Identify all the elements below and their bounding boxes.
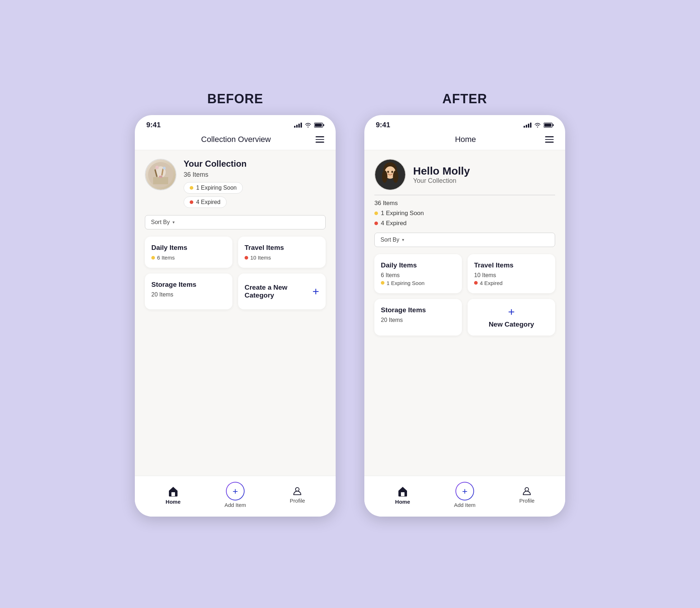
- after-travel-dot: [474, 281, 478, 285]
- after-status-bar: 9:41: [364, 115, 565, 132]
- after-nav-add[interactable]: + Add Item: [450, 482, 479, 508]
- before-expired-dot: [190, 200, 193, 204]
- svg-rect-2: [315, 123, 322, 126]
- after-card-storage[interactable]: Storage Items 20 Items: [374, 299, 462, 336]
- after-stats-list: 36 Items 1 Expiring Soon 4 Expired: [374, 200, 555, 227]
- svg-point-9: [163, 167, 166, 170]
- svg-rect-5: [153, 177, 168, 184]
- after-phone: 9:41: [364, 115, 565, 517]
- after-expired-text: 4 Expired: [381, 220, 407, 227]
- before-nav-profile[interactable]: Profile: [283, 486, 312, 504]
- after-card-storage-title: Storage Items: [381, 306, 455, 314]
- before-card-storage[interactable]: Storage Items 20 Items: [145, 274, 232, 309]
- after-profile-nav-icon: [522, 486, 532, 496]
- after-nav-profile[interactable]: Profile: [512, 486, 541, 504]
- before-expiring-badge: 1 Expiring Soon: [184, 182, 243, 194]
- after-wrapper: AFTER 9:41: [364, 91, 565, 517]
- before-expired-badge: 4 Expired: [184, 196, 227, 208]
- before-card-daily[interactable]: Daily Items 6 Items: [145, 237, 232, 268]
- after-add-label: Add Item: [454, 502, 476, 508]
- before-new-cat-label: Create a New Category +: [245, 284, 319, 299]
- before-badges: 1 Expiring Soon 4 Expired: [184, 182, 247, 208]
- before-label: BEFORE: [207, 91, 263, 106]
- after-nav-home[interactable]: Home: [388, 485, 417, 505]
- after-add-circle: +: [455, 482, 474, 500]
- before-sort-label: Sort By: [151, 219, 170, 225]
- after-avatar: [374, 159, 406, 190]
- after-avatar-svg: [375, 159, 405, 190]
- before-nav-home[interactable]: Home: [159, 485, 188, 505]
- before-card-new-category[interactable]: Create a New Category +: [238, 274, 326, 309]
- before-home-label: Home: [166, 499, 181, 505]
- before-expired-label: 4 Expired: [196, 199, 221, 205]
- after-card-travel[interactable]: Travel Items 10 Items 4 Expired: [468, 254, 555, 293]
- after-add-plus-icon: +: [462, 486, 467, 496]
- after-stat-expired: 4 Expired: [374, 220, 555, 227]
- before-card-daily-badge: 6 Items: [151, 255, 226, 261]
- after-label: AFTER: [443, 91, 487, 106]
- before-expiring-dot: [190, 186, 193, 190]
- svg-rect-10: [159, 176, 162, 178]
- svg-point-21: [393, 171, 398, 183]
- before-profile-nav-icon: [292, 486, 302, 496]
- after-wifi-icon: [534, 123, 541, 128]
- before-item-count: 36 Items: [184, 171, 247, 179]
- before-category-grid: Daily Items 6 Items Travel Items 10 Item…: [145, 237, 326, 309]
- after-new-cat-plus: +: [508, 306, 515, 318]
- after-home-label: Home: [395, 499, 410, 505]
- after-status-icons: [524, 123, 554, 128]
- after-travel-badge: 4 Expired: [474, 280, 549, 286]
- svg-point-20: [382, 171, 387, 183]
- after-profile-info: Hello Molly Your Collection: [413, 165, 555, 185]
- svg-point-23: [387, 171, 389, 173]
- before-travel-dot: [245, 256, 248, 260]
- before-add-plus-icon: +: [232, 486, 238, 496]
- after-signal-icon: [524, 123, 531, 128]
- after-time: 9:41: [376, 121, 390, 129]
- after-sort-label: Sort By: [380, 237, 399, 243]
- after-card-daily[interactable]: Daily Items 6 Items 1 Expiring Soon: [374, 254, 462, 293]
- svg-rect-11: [171, 492, 175, 496]
- svg-rect-15: [553, 124, 554, 126]
- after-hamburger-button[interactable]: [545, 136, 554, 143]
- after-nav-header: Home: [364, 132, 565, 150]
- after-daily-dot: [381, 281, 384, 285]
- after-daily-count: 6 Items: [381, 272, 455, 279]
- after-profile-label: Profile: [519, 498, 535, 504]
- before-status-icons: [294, 123, 324, 128]
- after-profile-section: Hello Molly Your Collection: [374, 159, 555, 190]
- svg-point-8: [155, 166, 159, 169]
- after-expiring-text: 1 Expiring Soon: [381, 210, 424, 217]
- after-sort-chevron: ▾: [402, 237, 404, 242]
- before-status-bar: 9:41: [135, 115, 336, 132]
- before-add-circle: +: [226, 482, 245, 500]
- before-sort-bar[interactable]: Sort By ▾: [145, 215, 326, 229]
- before-card-travel[interactable]: Travel Items 10 Items: [238, 237, 326, 268]
- before-nav-add[interactable]: + Add Item: [221, 482, 250, 508]
- after-card-travel-title: Travel Items: [474, 261, 549, 269]
- before-hamburger-button[interactable]: [316, 136, 324, 143]
- before-avatar-makeup: [146, 160, 176, 190]
- before-wifi-icon: [305, 123, 311, 128]
- before-daily-dot: [151, 256, 155, 260]
- after-hello: Hello Molly: [413, 165, 555, 177]
- before-home-icon: [167, 485, 179, 497]
- after-count-text: 36 Items: [374, 200, 398, 207]
- before-bottom-nav: Home + Add Item Profile: [135, 476, 336, 517]
- before-new-cat-plus: +: [312, 286, 319, 297]
- after-category-grid: Daily Items 6 Items 1 Expiring Soon Trav…: [374, 254, 555, 336]
- after-new-cat-label: New Category: [489, 320, 534, 328]
- before-card-travel-badge: 10 Items: [245, 255, 319, 261]
- before-add-label: Add Item: [224, 502, 246, 508]
- after-sort-bar[interactable]: Sort By ▾: [374, 233, 555, 247]
- before-wrapper: BEFORE 9:41: [135, 91, 336, 517]
- after-stat-count: 36 Items: [374, 200, 555, 207]
- before-content: Your Collection 36 Items 1 Expiring Soon…: [135, 150, 336, 476]
- after-nav-title: Home: [455, 135, 476, 144]
- after-card-new-category[interactable]: + New Category: [468, 299, 555, 336]
- before-card-daily-title: Daily Items: [151, 244, 226, 252]
- before-card-travel-title: Travel Items: [245, 244, 319, 252]
- before-sort-chevron: ▾: [172, 220, 175, 225]
- before-collection-title: Your Collection: [184, 159, 247, 169]
- before-storage-count: 20 Items: [151, 291, 226, 298]
